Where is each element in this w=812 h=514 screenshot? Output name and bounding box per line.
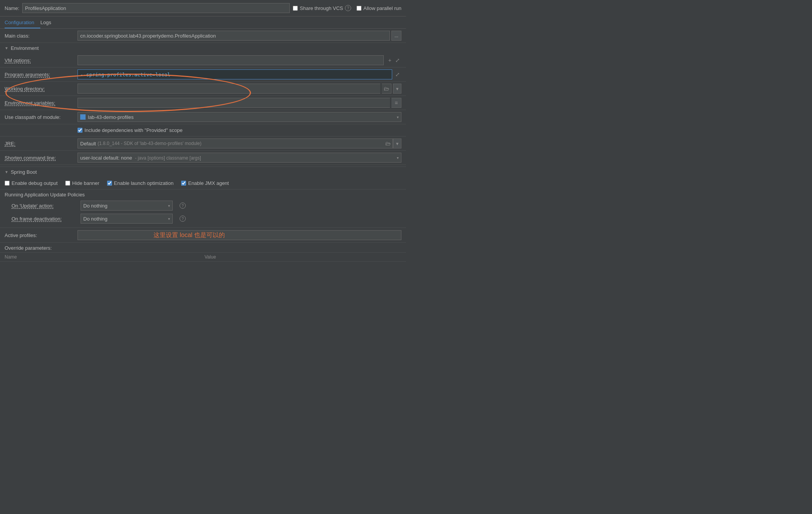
environment-section-header[interactable]: ▼ Environment [0, 43, 406, 53]
frame-deact-dropdown[interactable]: Do nothing ▾ [81, 214, 173, 224]
program-args-input-wrap: ⤢ [78, 69, 401, 79]
update-action-value: Do nothing [83, 203, 107, 209]
frame-deact-label: On frame deactivation: [12, 216, 77, 222]
debug-output-checkbox[interactable] [5, 181, 10, 186]
spring-boot-options-row: Enable debug output Hide banner Enable l… [0, 177, 406, 189]
jmx-label[interactable]: Enable JMX agent [181, 180, 229, 186]
working-dir-row: Working directory: 🗁 ▾ [0, 82, 406, 96]
parallel-run-group: Allow parallel run [356, 5, 401, 11]
debug-output-label[interactable]: Enable debug output [5, 180, 58, 186]
policies-header: Running Application Update Policies [0, 189, 406, 199]
include-deps-checkbox[interactable] [78, 128, 83, 133]
classpath-dropdown[interactable]: lab-43-demo-profiles ▾ [78, 112, 401, 122]
spring-boot-collapse-icon: ▼ [5, 170, 8, 174]
program-args-row: Program arguments: ⤢ [0, 68, 406, 82]
vm-options-input[interactable] [78, 55, 384, 65]
shorten-dropdown-arrow: ▾ [397, 156, 399, 160]
shorten-main: user-local default: none [80, 155, 132, 161]
hide-banner-label[interactable]: Hide banner [65, 180, 99, 186]
share-vcs-checkbox[interactable] [293, 6, 298, 11]
include-deps-row: Include dependencies with "Provided" sco… [0, 124, 406, 137]
parallel-run-label: Allow parallel run [363, 5, 401, 11]
launch-opt-checkbox[interactable] [107, 181, 112, 186]
vm-options-input-wrap: + ⤢ [78, 55, 401, 65]
name-bar: Name: Share through VCS ? Allow parallel… [0, 0, 406, 16]
name-input[interactable] [22, 3, 290, 13]
vm-options-add-icon[interactable]: + [387, 57, 393, 64]
env-vars-input-wrap: ≡ [78, 98, 401, 108]
jre-row: JRE: Default (1.8.0_144 - SDK of 'lab-43… [0, 137, 406, 151]
vm-options-label: VM options: [5, 58, 78, 63]
parallel-run-checkbox[interactable] [356, 6, 361, 11]
jre-folder-icon[interactable]: 🗁 [383, 138, 393, 148]
launch-opt-label[interactable]: Enable launch optimization [107, 180, 173, 186]
tabs: Configuration Logs [0, 16, 406, 29]
working-dir-input-wrap: 🗁 ▾ [78, 84, 401, 94]
update-action-dropdown[interactable]: Do nothing ▾ [81, 201, 173, 211]
working-dir-dropdown-icon[interactable]: ▾ [393, 84, 401, 94]
update-action-dropdown-arrow: ▾ [168, 204, 170, 208]
override-col-name: Name [5, 254, 201, 260]
main-class-input-wrap: ... [78, 31, 401, 41]
update-action-label: On 'Update' action: [12, 203, 77, 209]
dialog: Name: Share through VCS ? Allow parallel… [0, 0, 406, 262]
env-vars-row: Environment variables: ≡ [0, 96, 406, 110]
frame-deact-value: Do nothing [83, 216, 107, 222]
tab-logs[interactable]: Logs [40, 16, 57, 28]
spring-boot-label: Spring Boot [11, 169, 37, 175]
program-args-input[interactable] [78, 69, 392, 79]
share-vcs-group: Share through VCS ? [293, 5, 351, 11]
include-deps-checkbox-label[interactable]: Include dependencies with "Provided" sco… [78, 127, 183, 133]
share-vcs-help-icon[interactable]: ? [345, 5, 351, 11]
override-params-label: Override parameters: [5, 245, 52, 251]
jre-sub: (1.8.0_144 - SDK of 'lab-43-demo-profile… [97, 141, 201, 146]
working-dir-label: Working directory: [5, 86, 78, 92]
policies-header-label: Running Application Update Policies [5, 192, 85, 198]
jmx-checkbox[interactable] [181, 181, 186, 186]
vm-options-row: VM options: + ⤢ [0, 53, 406, 68]
jre-label: JRE: [5, 141, 78, 147]
override-col-value: Value [201, 254, 401, 260]
update-action-help-icon[interactable]: ? [180, 203, 186, 209]
env-vars-input[interactable] [78, 98, 390, 108]
active-profiles-input[interactable] [78, 230, 401, 240]
classpath-value: lab-43-demo-profiles [88, 114, 134, 120]
jre-main: Default [80, 141, 96, 147]
main-class-label: Main class: [5, 33, 78, 39]
main-class-input[interactable] [78, 31, 390, 41]
update-action-row: On 'Update' action: Do nothing ▾ ? [0, 199, 406, 212]
spring-boot-section-header[interactable]: ▼ Spring Boot [0, 166, 406, 177]
env-vars-edit-icon[interactable]: ≡ [391, 98, 401, 108]
environment-collapse-icon: ▼ [5, 46, 8, 50]
environment-label: Environment [11, 45, 39, 51]
module-icon [80, 114, 86, 120]
hide-banner-checkbox[interactable] [65, 181, 70, 186]
override-params-header: Override parameters: [0, 243, 406, 253]
content: Main class: ... ▼ Environment VM options… [0, 29, 406, 262]
name-right: Share through VCS ? Allow parallel run [293, 5, 401, 11]
include-deps-label: Include dependencies with "Provided" sco… [84, 127, 183, 133]
jre-input-wrap: Default (1.8.0_144 - SDK of 'lab-43-demo… [78, 138, 401, 148]
shorten-cmd-row: Shorten command line: user-local default… [0, 151, 406, 165]
tab-configuration[interactable]: Configuration [5, 16, 40, 28]
frame-deact-help-icon[interactable]: ? [180, 216, 186, 222]
env-vars-label: Environment variables: [5, 100, 78, 106]
classpath-label: Use classpath of module: [5, 114, 78, 120]
jre-input[interactable]: Default (1.8.0_144 - SDK of 'lab-43-demo… [78, 138, 383, 148]
classpath-row: Use classpath of module: lab-43-demo-pro… [0, 110, 406, 124]
working-dir-input[interactable] [78, 84, 380, 94]
program-args-label: Program arguments: [5, 72, 78, 77]
jre-dropdown-icon[interactable]: ▾ [393, 138, 401, 148]
shorten-cmd-dropdown[interactable]: user-local default: none - java [options… [78, 153, 401, 163]
frame-deact-dropdown-arrow: ▾ [168, 217, 170, 221]
program-args-expand-icon[interactable]: ⤢ [394, 71, 401, 78]
working-dir-folder-icon[interactable]: 🗁 [382, 84, 391, 94]
share-vcs-label: Share through VCS [300, 5, 343, 11]
vm-options-actions: + ⤢ [387, 57, 401, 64]
main-class-row: Main class: ... [0, 29, 406, 43]
active-profiles-row: Active profiles: 这里设置 local 也是可以的 [0, 227, 406, 243]
frame-deact-row: On frame deactivation: Do nothing ▾ ? [0, 212, 406, 225]
main-class-browse-button[interactable]: ... [391, 31, 401, 41]
shorten-cmd-label: Shorten command line: [5, 155, 78, 161]
vm-options-expand-icon[interactable]: ⤢ [394, 57, 401, 64]
